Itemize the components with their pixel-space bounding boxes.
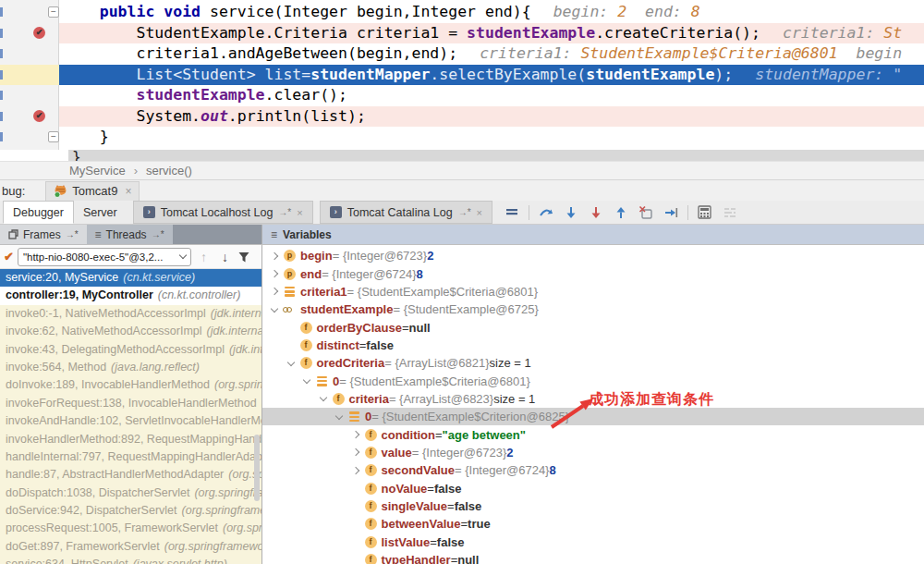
variable-row[interactable]: pbegin = {Integer@6723} 2 [262, 247, 924, 264]
frame-row[interactable]: invoke0:-1, NativeMethodAccessorImpl(jdk… [0, 305, 261, 323]
close-icon[interactable]: × [125, 185, 131, 198]
code-line[interactable]: StudentExample.Criteria criteria1 = stud… [59, 23, 924, 44]
frame-row[interactable]: doService:942, DispatcherServlet(org.spr… [0, 502, 261, 520]
variable-row[interactable]: forderByClause = null [262, 318, 924, 336]
layout-settings-icon[interactable] [722, 204, 738, 221]
frame-down-button[interactable]: ↓ [216, 250, 234, 264]
filter-icon[interactable] [237, 251, 250, 264]
tab-frames[interactable]: Frames →* [0, 225, 87, 244]
frame-row[interactable]: invoke:43, DelegatingMethodAccessorImpl(… [0, 341, 261, 359]
run-config-tab-tomcat9[interactable]: Tomcat9 × [45, 181, 140, 201]
frame-row[interactable]: invokeForRequest:138, InvocableHandlerMe… [0, 395, 261, 412]
frame-row[interactable]: invoke:564, Method(java.lang.reflect) [0, 359, 261, 376]
frame-row[interactable]: invokeHandlerMethod:892, RequestMappingH… [0, 431, 261, 448]
line-number-fragment [0, 132, 3, 141]
breakpoint-icon[interactable]: ✔ [33, 110, 45, 122]
frame-location: doInvoke:189, InvocableHandlerMethod [6, 378, 210, 391]
chevron-right-icon[interactable] [351, 431, 359, 438]
fold-marker[interactable]: − [48, 6, 59, 18]
tab-label: Tomcat Catalina Log [347, 206, 453, 219]
frame-row[interactable]: processRequest:1005, FrameworkServlet(or… [0, 520, 261, 537]
code-editor: public void service(Integer begin,Intege… [0, 0, 924, 150]
variable-row[interactable]: pend = {Integer@6724} 8 [262, 264, 924, 282]
chevron-down-icon[interactable] [319, 394, 326, 401]
variable-value: null [457, 553, 479, 564]
variable-row[interactable]: criteria1 = {StudentExample$Criteria@680… [262, 283, 924, 300]
tab-tomcat-catalina-log[interactable]: ›Tomcat Catalina Log→*× [320, 201, 492, 224]
tab-debugger[interactable]: Debugger [3, 201, 74, 224]
frame-row[interactable]: service:634, HttpServlet(javax.servlet.h… [0, 556, 261, 564]
frame-row[interactable]: handle:87, AbstractHandlerMethodAdapter(… [0, 466, 261, 484]
variable-row[interactable]: flistValue = false [262, 533, 924, 551]
run-to-cursor-icon[interactable] [663, 204, 679, 221]
frame-row[interactable]: doGet:897, FrameworkServlet(org.springfr… [0, 538, 261, 556]
variable-name: studentExample [300, 302, 393, 316]
chevron-down-icon[interactable] [271, 304, 278, 312]
gutter-current-line-highlight [0, 65, 59, 86]
frame-row[interactable]: handleInternal:797, RequestMappingHandle… [0, 448, 261, 466]
step-over-icon[interactable] [538, 204, 554, 221]
line-number-fragment [0, 7, 3, 17]
chevron-right-icon[interactable] [351, 467, 359, 474]
chevron-right-icon[interactable] [271, 251, 278, 259]
variable-value: = [402, 321, 409, 335]
close-icon[interactable]: × [297, 207, 302, 218]
breadcrumb-method[interactable]: service() [146, 164, 192, 178]
variable-row[interactable]: fnoValue = false [262, 479, 924, 497]
chevron-right-icon[interactable] [271, 270, 278, 277]
tab-suffix: →* [278, 207, 291, 217]
tab-server[interactable]: Server [74, 201, 127, 224]
code-line[interactable]: criteria1.andAgeBetween(begin,end);crite… [59, 43, 924, 65]
frame-row[interactable]: doInvoke:189, InvocableHandlerMethod(org… [0, 376, 261, 394]
fold-marker[interactable]: − [48, 131, 59, 142]
variables-menu-icon[interactable]: ≡ [271, 228, 277, 241]
frame-row[interactable]: service:20, MyService(cn.kt.service) [0, 269, 261, 287]
step-into-icon[interactable] [563, 204, 579, 221]
chevron-down-icon[interactable] [303, 376, 310, 384]
chevron-right-icon[interactable] [271, 288, 278, 295]
variable-name: distinct [317, 338, 359, 352]
variable-row[interactable]: fbetweenValue = true [262, 515, 924, 533]
code-line[interactable]: List<Student> list=studentMapper.selectB… [59, 65, 924, 86]
step-out-icon[interactable] [613, 204, 629, 221]
variable-row[interactable]: 0 = {StudentExample$Criterion@6825} [262, 408, 924, 425]
close-icon[interactable]: × [477, 207, 482, 218]
breakpoint-icon[interactable]: ✔ [33, 27, 45, 39]
tab-threads[interactable]: ≡ Threads →* [87, 225, 173, 244]
chevron-right-icon[interactable] [351, 448, 359, 456]
evaluate-expression-icon[interactable] [697, 204, 713, 221]
variable-row[interactable]: ftypeHandler = null [262, 551, 924, 564]
frame-location: invokeForRequest:138, InvocableHandlerMe… [6, 397, 257, 410]
frame-row[interactable]: invoke:62, NativeMethodAccessorImpl(jdk.… [0, 323, 261, 340]
chevron-down-icon[interactable] [335, 412, 343, 420]
code-line[interactable]: } [59, 127, 924, 148]
variable-name: singleValue [382, 499, 448, 513]
code-line[interactable]: System.out.println(list); [59, 106, 924, 128]
variable-row[interactable]: studentExample = {StudentExample@6725} [262, 300, 924, 318]
chevron-slot [268, 271, 282, 276]
drop-frame-icon[interactable] [638, 204, 654, 221]
force-step-into-icon[interactable] [588, 204, 604, 221]
frame-location: doDispatch:1038, DispatcherServlet [6, 486, 189, 499]
frames-scrollbar[interactable] [254, 435, 260, 501]
breadcrumb-class[interactable]: MyService [69, 164, 126, 178]
code-line[interactable]: public void service(Integer begin,Intege… [59, 2, 924, 23]
frame-row[interactable]: controller:19, MyController(cn.kt.contro… [0, 287, 261, 304]
thread-dropdown[interactable]: "http-nio-8080-exec-5"@3,2... [18, 248, 191, 266]
variable-row[interactable]: foredCriteria = {ArrayList@6821} size = … [262, 354, 924, 372]
frame-row[interactable]: doDispatch:1038, DispatcherServlet(org.s… [0, 484, 261, 502]
code-line[interactable]: studentExample.clear(); [59, 85, 924, 106]
variable-row[interactable]: fsecondValue = {Integer@6724} 8 [262, 461, 924, 479]
chevron-down-icon[interactable] [286, 358, 294, 365]
variable-row[interactable]: 0 = {StudentExample$Criteria@6801} [262, 372, 924, 389]
frame-row[interactable]: invokeAndHandle:102, ServletInvocableHan… [0, 412, 261, 430]
tab-tomcat-localhost-log[interactable]: ›Tomcat Localhost Log→*× [133, 201, 313, 224]
variable-row[interactable]: fsingleValue = false [262, 497, 924, 515]
variable-row[interactable]: fvalue = {Integer@6723} 2 [262, 444, 924, 461]
variable-row[interactable]: fdistinct = false [262, 337, 924, 354]
array-element-icon [317, 376, 327, 386]
view-options-icon[interactable] [504, 204, 520, 221]
variable-value: false [434, 482, 462, 496]
variable-row[interactable]: fcondition = "age between" [262, 425, 924, 443]
frame-up-button[interactable]: ↑ [195, 250, 213, 264]
